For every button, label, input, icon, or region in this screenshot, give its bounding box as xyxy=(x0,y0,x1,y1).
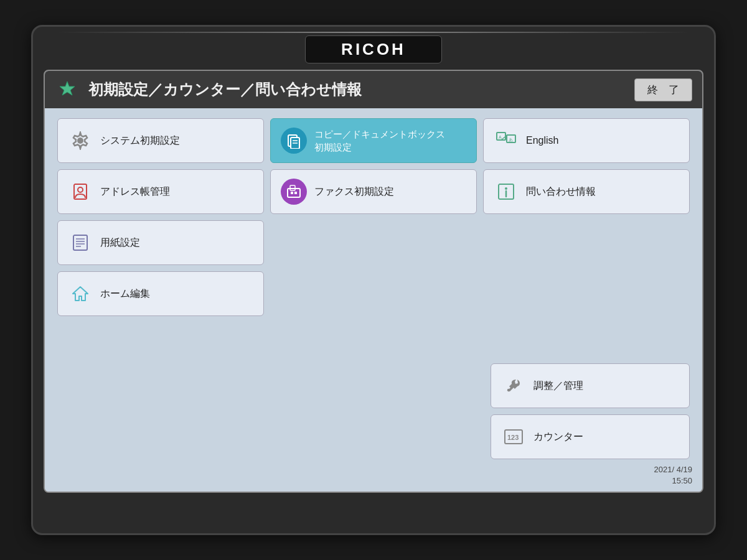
paper-settings-button[interactable]: 用紙設定 xyxy=(57,220,264,265)
copy-docbox-label: コピー／ドキュメントボックス初期設定 xyxy=(314,128,445,154)
svg-rect-13 xyxy=(288,189,300,197)
counter-icon: 123 xyxy=(501,424,526,449)
counter-button[interactable]: 123 カウンター xyxy=(491,414,690,459)
paper-icon xyxy=(68,230,93,255)
info-icon xyxy=(494,179,519,204)
system-settings-button[interactable]: システム初期設定 xyxy=(57,118,264,163)
paper-settings-label: 用紙設定 xyxy=(100,236,140,250)
inquiry-info-button[interactable]: 問い合わせ情報 xyxy=(483,169,690,214)
english-button[interactable]: A あ English xyxy=(483,118,690,163)
inquiry-info-label: 問い合わせ情報 xyxy=(526,185,596,198)
fax-settings-label: ファクス初期設定 xyxy=(314,185,394,198)
bottom-right-area: 調整／管理 123 カウンター xyxy=(491,363,690,459)
svg-point-12 xyxy=(78,187,83,192)
home-icon xyxy=(68,281,93,306)
address-icon xyxy=(68,179,93,204)
lang-icon: A あ xyxy=(494,128,519,153)
fax-settings-button[interactable]: ファクス初期設定 xyxy=(270,169,477,214)
svg-point-18 xyxy=(505,187,507,190)
address-book-button[interactable]: アドレス帳管理 xyxy=(57,169,264,214)
timestamp: 2021/ 4/19 15:50 xyxy=(654,464,692,487)
exit-button[interactable]: 終 了 xyxy=(634,78,692,101)
date-display: 2021/ 4/19 xyxy=(654,464,692,475)
svg-marker-0 xyxy=(60,82,75,95)
svg-text:123: 123 xyxy=(507,434,519,441)
copy-icon xyxy=(281,128,307,154)
copy-docbox-button[interactable]: コピー／ドキュメントボックス初期設定 xyxy=(270,118,477,163)
svg-rect-16 xyxy=(294,192,297,194)
adjustment-label: 調整／管理 xyxy=(533,379,583,393)
brand-logo: RICOH xyxy=(341,40,406,58)
home-edit-label: ホーム編集 xyxy=(100,287,150,301)
english-label: English xyxy=(526,134,558,147)
svg-point-1 xyxy=(77,138,83,144)
counter-label: カウンター xyxy=(533,430,583,444)
page-title: 初期設定／カウンター／問い合わせ情報 xyxy=(88,80,626,100)
svg-text:あ: あ xyxy=(509,138,513,142)
adjustment-button[interactable]: 調整／管理 xyxy=(491,363,690,408)
device-frame: RICOH 初期設定／カウンター／問い合わせ情報 終 了 xyxy=(31,25,716,535)
svg-rect-15 xyxy=(291,192,293,194)
address-book-label: アドレス帳管理 xyxy=(100,185,170,198)
time-display: 15:50 xyxy=(654,475,692,487)
gear-icon xyxy=(68,128,93,153)
screen-body: システム初期設定 コピー／ドキュメントボックス初期設定 xyxy=(45,108,702,492)
svg-marker-25 xyxy=(73,287,88,301)
screen-header: 初期設定／カウンター／問い合わせ情報 終 了 xyxy=(45,71,702,108)
home-edit-button[interactable]: ホーム編集 xyxy=(57,271,264,316)
wrench-icon xyxy=(501,373,526,398)
screen: 初期設定／カウンター／問い合わせ情報 終 了 システム初期設定 xyxy=(44,70,703,493)
brand-bar: RICOH xyxy=(305,35,442,63)
header-icon xyxy=(55,77,80,102)
svg-rect-20 xyxy=(73,235,87,250)
system-settings-label: システム初期設定 xyxy=(100,134,180,147)
fax-icon xyxy=(281,179,307,205)
svg-text:A: A xyxy=(499,135,502,139)
